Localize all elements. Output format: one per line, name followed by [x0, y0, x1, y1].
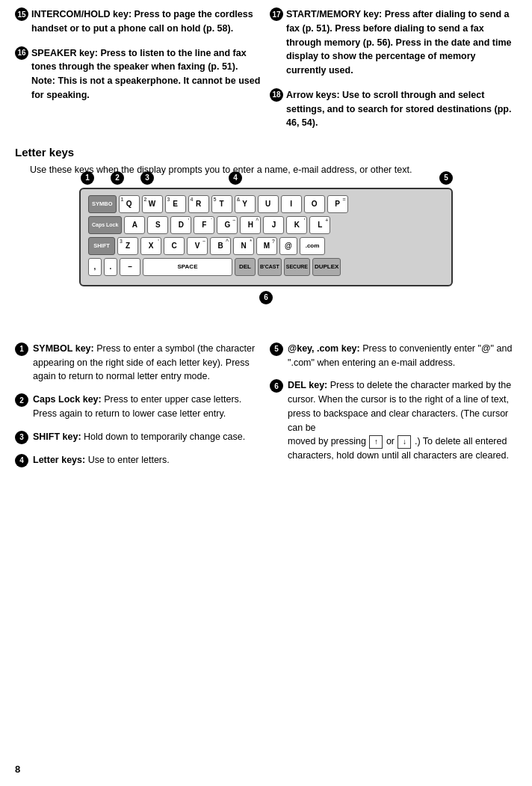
key-y-sub: & — [237, 197, 241, 202]
key-bcast[interactable]: B'CAST — [258, 258, 282, 276]
key-r[interactable]: 4R — [188, 195, 209, 213]
key-h[interactable]: ^H — [240, 216, 261, 234]
key-b-main: B — [217, 242, 223, 250]
key-n[interactable]: *N — [233, 237, 254, 255]
circle-5: 5 — [270, 343, 283, 356]
key-q-sub: 1 — [121, 197, 124, 202]
key-m-main: M — [264, 242, 270, 250]
letter-keys-title: Letter keys — [15, 146, 517, 159]
kb-label-1: 1 — [81, 171, 94, 185]
key-e[interactable]: 3E — [165, 195, 186, 213]
key-d-sub: ' — [188, 218, 190, 223]
key-duplex-label: DUPLEX — [315, 263, 338, 270]
key-k[interactable]: 'K — [286, 216, 307, 234]
key-period[interactable]: . — [104, 258, 117, 276]
key-x[interactable]: 'X — [140, 237, 161, 255]
key-i[interactable]: I — [281, 195, 302, 213]
bottom-left: 1 SYMBOL key: Press to enter a symbol (t… — [15, 342, 262, 470]
key-secure-label: SECURE — [286, 264, 308, 269]
key-period-label: . — [110, 263, 112, 271]
key-dotcom[interactable]: .com — [300, 237, 325, 255]
key-t[interactable]: 5T — [211, 195, 232, 213]
key-w-sub: 2 — [144, 197, 147, 202]
key-duplex[interactable]: DUPLEX — [312, 258, 341, 276]
key-t-main: T — [219, 200, 223, 208]
key-shift[interactable]: SHIFT — [88, 237, 115, 255]
key-r-main: R — [196, 200, 201, 208]
key-s-main: S — [155, 221, 161, 229]
desc-3-text: Hold down to temporarily change case. — [84, 432, 245, 442]
key-c-main: C — [171, 242, 176, 250]
key-j[interactable]: J — [263, 216, 284, 234]
key-s[interactable]: S — [147, 216, 168, 234]
desc-6-text2: moved by pressing — [288, 436, 368, 446]
key-bcast-label: B'CAST — [260, 264, 279, 269]
key-m-sub: ? — [272, 239, 275, 244]
key-secure[interactable]: SECURE — [284, 258, 310, 276]
key-dotcom-label: .com — [306, 242, 320, 249]
desc-3-title: SHIFT key: — [33, 432, 81, 442]
key-a[interactable]: A — [124, 216, 145, 234]
key-b[interactable]: ^B — [210, 237, 231, 255]
circle-15: 15 — [15, 7, 28, 21]
key-at[interactable]: @ — [279, 237, 297, 255]
key-g-main: G — [225, 221, 231, 229]
item-16: 16 SPEAKER key: Press to listen to the l… — [15, 46, 262, 102]
kb-label-6-container: 6 — [79, 291, 453, 304]
desc-2-title: Caps Lock key: — [33, 394, 102, 405]
key-l-sub: + — [325, 218, 328, 223]
key-space[interactable]: SPACE — [143, 258, 232, 276]
key-d[interactable]: 'D — [170, 216, 191, 234]
key-y[interactable]: &Y — [235, 195, 256, 213]
item-18-title: Arrow keys: — [286, 90, 340, 100]
circle-1: 1 — [15, 343, 28, 356]
key-w[interactable]: 2W — [142, 195, 163, 213]
top-grid: 15 INTERCOM/HOLD key: Press to page the … — [15, 7, 517, 132]
key-u[interactable]: U — [258, 195, 279, 213]
desc-6: 6 DEL key: Press to delete the character… — [270, 378, 517, 463]
key-l[interactable]: +L — [309, 216, 330, 234]
key-symbo[interactable]: SYMBO — [88, 195, 117, 213]
key-x-main: X — [149, 242, 154, 250]
key-v[interactable]: ~V — [187, 237, 208, 255]
key-m[interactable]: ?M — [256, 237, 277, 255]
circle-16: 16 — [15, 46, 28, 60]
key-k-sub: ' — [304, 218, 306, 223]
kb-label-4: 4 — [229, 171, 242, 185]
key-del[interactable]: DEL — [235, 258, 256, 276]
key-at-main: @ — [285, 242, 292, 250]
item-17: 17 START/MEMORY key: Press after dialing… — [270, 7, 517, 78]
item-15: 15 INTERCOM/HOLD key: Press to page the … — [15, 7, 262, 36]
key-n-sub: * — [250, 239, 252, 244]
arrow-down-icon: ↓ — [398, 435, 411, 449]
key-o[interactable]: O — [304, 195, 325, 213]
top-right-col: 17 START/MEMORY key: Press after dialing… — [270, 7, 517, 132]
key-g[interactable]: ~G — [217, 216, 238, 234]
kb-label-6: 6 — [259, 291, 273, 304]
key-e-main: E — [173, 200, 178, 208]
circle-3: 3 — [15, 431, 28, 444]
key-f-sub: ` — [211, 218, 212, 223]
key-capslock[interactable]: Caps Lock — [88, 216, 122, 234]
top-left-col: 15 INTERCOM/HOLD key: Press to page the … — [15, 7, 262, 132]
key-p[interactable]: =P — [327, 195, 348, 213]
kb-label-3: 3 — [140, 171, 154, 185]
top-section: 15 INTERCOM/HOLD key: Press to page the … — [15, 7, 517, 132]
key-comma[interactable]: , — [88, 258, 102, 276]
keyboard-diagram: 1 2 3 4 5 SYMBO 1Q 2W 3E 4R 5T &Y U I — [15, 188, 517, 304]
key-dash[interactable]: – — [120, 258, 140, 276]
item-18: 18 Arrow keys: Use to scroll through and… — [270, 88, 517, 130]
key-j-main: J — [272, 221, 276, 229]
circle-4: 4 — [15, 454, 28, 467]
key-z[interactable]: 3Z — [117, 237, 138, 255]
key-f[interactable]: `F — [194, 216, 214, 234]
key-o-main: O — [312, 200, 318, 208]
key-c[interactable]: C — [164, 237, 185, 255]
desc-4-title: Letter keys: — [33, 455, 85, 465]
key-l-main: L — [318, 221, 322, 229]
key-i-main: I — [290, 200, 292, 208]
key-n-main: N — [241, 242, 246, 250]
key-t-sub: 5 — [214, 197, 217, 202]
key-q[interactable]: 1Q — [119, 195, 140, 213]
desc-5-title: @key, .com key: — [288, 343, 360, 354]
